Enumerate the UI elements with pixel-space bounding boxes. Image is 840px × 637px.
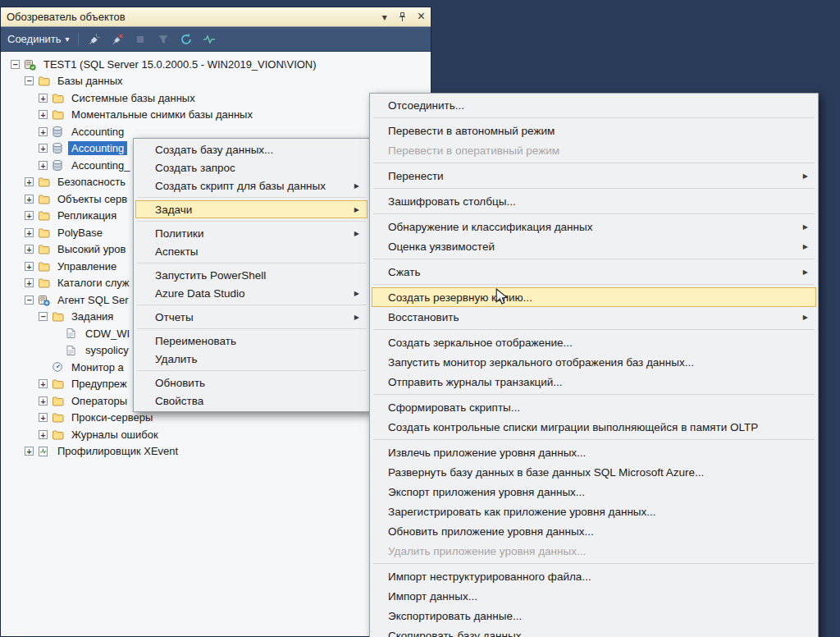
submenu-arrow-icon: ▶ bbox=[354, 182, 359, 190]
menu-item[interactable]: Импорт данных... bbox=[372, 586, 816, 606]
menu-item-label: Создать скрипт для базы данных bbox=[155, 180, 326, 192]
expand-icon[interactable]: + bbox=[25, 228, 34, 237]
menu-item[interactable]: Аспекты bbox=[135, 242, 368, 260]
connect-plug-icon[interactable] bbox=[87, 32, 102, 47]
menu-separator bbox=[373, 117, 815, 118]
submenu-arrow-icon: ▶ bbox=[803, 172, 808, 180]
menu-separator bbox=[137, 263, 366, 264]
menu-item[interactable]: Запустить монитор зеркального отображени… bbox=[372, 352, 816, 372]
menu-item-label: Перевести в оперативный режим bbox=[388, 144, 559, 157]
collapse-icon[interactable]: − bbox=[25, 76, 34, 85]
expand-icon[interactable]: + bbox=[39, 94, 48, 103]
menu-item[interactable]: Экспортировать данные... bbox=[372, 606, 816, 626]
menu-item[interactable]: Создать резервную копию... bbox=[372, 287, 816, 307]
menu-item[interactable]: Сформировать скрипты... bbox=[372, 397, 816, 417]
close-icon[interactable]: × bbox=[418, 10, 425, 23]
menu-item[interactable]: Обновить приложение уровня данных... bbox=[372, 521, 816, 541]
expand-icon[interactable]: + bbox=[25, 278, 34, 287]
menu-item[interactable]: Отсоединить... bbox=[372, 95, 816, 115]
menu-item[interactable]: Политики▶ bbox=[135, 224, 368, 242]
menu-item-label: Зарегистрировать как приложение уровня д… bbox=[388, 506, 656, 518]
menu-item[interactable]: Скопировать базу данных... bbox=[372, 626, 816, 637]
pin-icon[interactable] bbox=[398, 11, 407, 22]
menu-item[interactable]: Обновить bbox=[135, 373, 368, 392]
tree-item[interactable]: +Журналы ошибок bbox=[1, 426, 431, 443]
tree-item[interactable]: +Моментальные снимки базы данных bbox=[1, 107, 431, 124]
menu-item-label: Аспекты bbox=[155, 245, 199, 258]
menu-item[interactable]: Развернуть базу данных в базе данных SQL… bbox=[372, 462, 816, 482]
disconnect-plug-icon[interactable] bbox=[110, 32, 125, 47]
expand-icon[interactable]: + bbox=[25, 447, 34, 456]
expand-icon[interactable]: + bbox=[39, 379, 48, 388]
menu-item-label: Создать резервную копию... bbox=[388, 291, 532, 304]
menu-item[interactable]: Задачи▶ bbox=[135, 200, 368, 218]
expand-icon[interactable]: + bbox=[25, 262, 34, 271]
menu-item[interactable]: Запустить PowerShell bbox=[135, 266, 368, 284]
refresh-icon[interactable] bbox=[179, 32, 194, 47]
menu-item[interactable]: Восстановить▶ bbox=[372, 307, 816, 327]
collapse-icon[interactable]: − bbox=[11, 60, 20, 69]
menu-item-label: Скопировать базу данных... bbox=[388, 630, 531, 637]
activity-monitor-icon[interactable] bbox=[202, 32, 217, 47]
menu-item[interactable]: Зашифровать столбцы... bbox=[372, 191, 816, 211]
menu-item[interactable]: Оценка уязвимостей▶ bbox=[372, 236, 816, 256]
expand-icon[interactable]: + bbox=[39, 430, 48, 439]
tree-item[interactable]: +Системные базы данных bbox=[1, 89, 431, 107]
tree-item-label: Агент SQL Ser bbox=[54, 293, 131, 307]
tree-item-label: Системные базы данных bbox=[68, 91, 199, 105]
menu-item-label: Отчеты bbox=[155, 311, 194, 323]
menu-separator bbox=[137, 328, 366, 329]
tree-item-label: Репликация bbox=[54, 209, 120, 222]
folder-icon bbox=[38, 277, 51, 289]
menu-item[interactable]: Отправить журналы транзакций... bbox=[372, 372, 816, 392]
menu-item[interactable]: Переименовать bbox=[135, 332, 368, 350]
tree-item[interactable]: +Профилировщик XEvent bbox=[1, 443, 431, 461]
menu-item[interactable]: Azure Data Studio▶ bbox=[135, 284, 368, 302]
expand-icon[interactable]: + bbox=[39, 144, 48, 153]
submenu-arrow-icon: ▶ bbox=[803, 268, 808, 276]
expand-icon[interactable]: + bbox=[39, 110, 48, 119]
tree-item[interactable]: −Базы данных bbox=[1, 73, 431, 90]
submenu-arrow-icon: ▶ bbox=[803, 314, 808, 321]
expand-icon[interactable]: + bbox=[39, 413, 48, 422]
tree-item[interactable]: −TEST1 (SQL Server 15.0.2000.5 - WIN2019… bbox=[1, 56, 431, 73]
menu-item[interactable]: Сжать▶ bbox=[372, 262, 816, 282]
menu-item[interactable]: Создать зеркальное отображение... bbox=[372, 332, 816, 352]
object-explorer-header[interactable]: Обозреватель объектов ▾ × bbox=[1, 7, 431, 27]
expand-icon[interactable]: + bbox=[25, 177, 34, 186]
menu-item[interactable]: Удалить bbox=[135, 350, 368, 368]
menu-item[interactable]: Создать контрольные списки миграции выпо… bbox=[372, 417, 816, 437]
menu-separator bbox=[373, 563, 815, 564]
collapse-icon[interactable]: − bbox=[39, 312, 48, 321]
menu-item[interactable]: Свойства bbox=[135, 392, 368, 410]
menu-item[interactable]: Создать базу данных... bbox=[135, 140, 368, 158]
menu-item-label: Сжать bbox=[388, 266, 421, 278]
connect-button[interactable]: Соединить ▾ bbox=[7, 33, 70, 45]
menu-item[interactable]: Обнаружение и классификация данных▶ bbox=[372, 217, 816, 236]
menu-item[interactable]: Экспорт приложения уровня данных... bbox=[372, 482, 816, 502]
collapse-icon[interactable]: − bbox=[25, 296, 34, 305]
tree-item-label: Безопасность bbox=[54, 175, 129, 189]
menu-separator bbox=[137, 305, 366, 305]
menu-item-label: Azure Data Studio bbox=[155, 287, 245, 300]
menu-item-label: Развернуть базу данных в базе данных SQL… bbox=[388, 466, 704, 479]
expand-icon[interactable]: + bbox=[39, 127, 48, 136]
xevent-icon bbox=[38, 445, 51, 457]
folder-icon bbox=[38, 260, 51, 273]
expand-icon[interactable]: + bbox=[25, 195, 34, 204]
expand-icon[interactable]: + bbox=[25, 245, 34, 254]
menu-item[interactable]: Перевести в автономный режим bbox=[372, 121, 816, 140]
agent-icon bbox=[38, 294, 51, 306]
menu-item[interactable]: Создать скрипт для базы данных▶ bbox=[135, 176, 368, 195]
expand-icon[interactable]: + bbox=[39, 396, 48, 406]
window-position-chevron-icon[interactable]: ▾ bbox=[382, 12, 387, 22]
menu-item[interactable]: Импорт неструктурированного файла... bbox=[372, 566, 816, 586]
expand-icon[interactable]: + bbox=[39, 161, 48, 170]
menu-item[interactable]: Создать запрос bbox=[135, 158, 368, 176]
object-explorer-toolbar: Соединить ▾ bbox=[1, 27, 431, 52]
expand-icon[interactable]: + bbox=[25, 211, 34, 220]
menu-item[interactable]: Зарегистрировать как приложение уровня д… bbox=[372, 502, 816, 521]
menu-item[interactable]: Перенести▶ bbox=[372, 166, 816, 186]
menu-item[interactable]: Отчеты▶ bbox=[135, 308, 368, 326]
menu-item[interactable]: Извлечь приложение уровня данных... bbox=[372, 442, 816, 462]
